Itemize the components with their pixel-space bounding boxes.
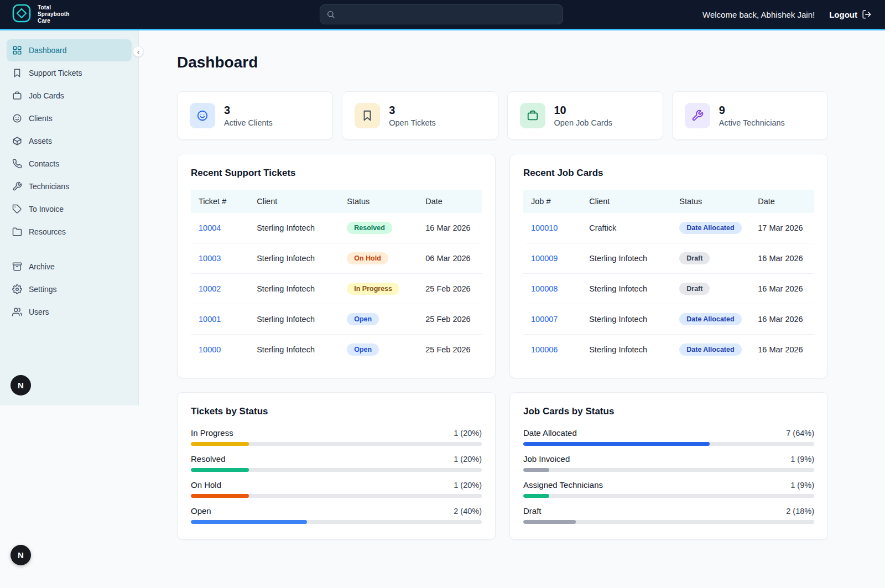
table-header-row: Ticket # Client Status Date <box>191 190 482 213</box>
sidebar-item-clients[interactable]: Clients <box>7 107 132 129</box>
brand-line-3: Care <box>38 18 70 24</box>
sidebar-item-technicians[interactable]: Technicians <box>7 175 132 197</box>
status-bar-row: Draft 2 (18%) <box>523 506 814 524</box>
ticket-link[interactable]: 10001 <box>199 315 221 324</box>
ticket-link[interactable]: 10000 <box>199 345 221 354</box>
ticket-link[interactable]: 10003 <box>199 254 221 263</box>
smiley-icon <box>196 110 209 122</box>
recent-support-tickets-panel: Recent Support Tickets Ticket # Client S… <box>177 154 496 378</box>
sidebar-item-label: Users <box>29 308 49 316</box>
sidebar-item-dashboard[interactable]: Dashboard <box>7 39 132 61</box>
app-logo[interactable] <box>11 3 32 26</box>
sidebar-item-job-cards[interactable]: Job Cards <box>7 85 132 107</box>
table-row: 10000 Sterling Infotech Open 25 Feb 2026 <box>191 335 482 365</box>
progress-fill <box>191 520 307 524</box>
tickets-by-status-panel: Tickets by Status In Progress 1 (20%) Re… <box>177 392 496 540</box>
sidebar-item-resources[interactable]: Resources <box>7 221 132 243</box>
ticket-link[interactable]: 10002 <box>199 284 221 293</box>
brand-line-2: Spraybooth <box>38 11 70 18</box>
table-row: 100010 Craftick Date Allocated 17 Mar 20… <box>523 213 814 243</box>
sidebar-item-users[interactable]: Users <box>7 301 132 323</box>
briefcase-icon <box>527 110 539 122</box>
status-label: Draft <box>523 506 542 516</box>
page-title: Dashboard <box>177 54 828 71</box>
users-icon <box>12 307 22 317</box>
logout-button[interactable]: Logout <box>829 9 872 19</box>
column-header: Date <box>750 190 814 213</box>
status-value: 1 (20%) <box>454 481 482 490</box>
date-cell: 16 Mar 2026 <box>750 304 814 335</box>
status-value: 1 (20%) <box>454 455 482 464</box>
status-value: 2 (18%) <box>786 507 814 516</box>
sidebar-item-label: Assets <box>29 137 52 145</box>
table-row: 10002 Sterling Infotech In Progress 25 F… <box>191 274 482 304</box>
phone-icon <box>12 159 22 169</box>
date-cell: 16 Mar 2026 <box>750 335 814 365</box>
progress-fill <box>191 442 249 446</box>
status-label: On Hold <box>191 480 221 490</box>
status-bar-row: Open 2 (40%) <box>191 506 482 524</box>
table-row: 10004 Sterling Infotech Resolved 16 Mar … <box>191 213 482 243</box>
table-row: 100009 Sterling Infotech Draft 16 Mar 20… <box>523 243 814 274</box>
status-charts-row: Tickets by Status In Progress 1 (20%) Re… <box>177 392 828 540</box>
smiley-icon <box>12 113 22 123</box>
status-value: 1 (9%) <box>790 455 814 464</box>
user-avatar[interactable]: N <box>11 375 31 396</box>
sidebar-item-label: Settings <box>29 285 57 294</box>
sidebar-item-archive[interactable]: Archive <box>7 256 132 278</box>
sidebar-item-label: Technicians <box>29 182 69 191</box>
sidebar-item-settings[interactable]: Settings <box>7 278 132 300</box>
sidebar-item-contacts[interactable]: Contacts <box>7 153 132 175</box>
progress-fill <box>523 442 710 446</box>
date-cell: 06 Mar 2026 <box>418 243 482 274</box>
ticket-link[interactable]: 10004 <box>199 223 221 232</box>
sidebar-item-label: Archive <box>29 262 55 271</box>
progress-track <box>523 494 814 498</box>
table-row: 100007 Sterling Infotech Date Allocated … <box>523 304 814 335</box>
progress-fill <box>191 468 249 472</box>
date-cell: 25 Feb 2026 <box>418 335 482 365</box>
column-header: Ticket # <box>191 190 249 213</box>
table-row: 100006 Sterling Infotech Date Allocated … <box>523 335 814 365</box>
stat-label: Open Job Cards <box>554 118 613 127</box>
stats-row: 3 Active Clients 3 Open Tickets <box>177 91 828 140</box>
search-input[interactable] <box>320 4 563 24</box>
column-header: Status <box>671 190 750 213</box>
client-cell: Sterling Infotech <box>249 243 339 274</box>
date-cell: 16 Mar 2026 <box>750 243 814 274</box>
client-cell: Sterling Infotech <box>581 335 671 365</box>
sidebar-collapse-button[interactable]: ‹ <box>133 46 144 57</box>
job-link[interactable]: 100007 <box>531 315 558 324</box>
stat-label: Active Technicians <box>719 118 785 127</box>
job-link[interactable]: 100010 <box>531 223 558 232</box>
sidebar-item-assets[interactable]: Assets <box>7 130 132 152</box>
user-avatar[interactable]: N <box>11 545 31 565</box>
search-box <box>320 4 563 24</box>
sidebar-item-label: Clients <box>29 114 53 123</box>
brand-name: Total Spraybooth Care <box>38 4 70 24</box>
status-value: 1 (20%) <box>454 429 482 438</box>
support-tickets-table: Ticket # Client Status Date 10004 Sterli… <box>191 190 482 365</box>
job-link[interactable]: 100006 <box>531 345 558 354</box>
stat-card-open-job-cards: 10 Open Job Cards <box>507 91 663 140</box>
progress-fill <box>523 468 549 472</box>
logout-icon <box>862 9 872 19</box>
stat-value: 9 <box>719 104 785 117</box>
column-header: Job # <box>523 190 581 213</box>
sidebar-item-label: Dashboard <box>29 46 67 55</box>
job-cards-by-status-panel: Job Cards by Status Date Allocated 7 (64… <box>509 392 828 540</box>
status-bar-row: Assigned Technicians 1 (9%) <box>523 480 814 498</box>
tag-icon <box>12 204 22 214</box>
sidebar-item-support-tickets[interactable]: Support Tickets <box>7 62 132 84</box>
stat-icon-wrap <box>520 103 545 128</box>
job-link[interactable]: 100009 <box>531 254 558 263</box>
wrench-icon <box>12 181 22 191</box>
top-navbar: Total Spraybooth Care Welcome back, Abhi… <box>0 0 885 30</box>
sidebar-item-to-invoice[interactable]: To Invoice <box>7 198 132 220</box>
folder-icon <box>12 227 22 237</box>
job-link[interactable]: 100008 <box>531 284 558 293</box>
stat-value: 3 <box>224 104 273 117</box>
stat-label: Active Clients <box>224 118 273 127</box>
main-content: Dashboard 3 Active Clients <box>139 30 885 588</box>
sidebar-item-label: Resources <box>29 227 66 236</box>
